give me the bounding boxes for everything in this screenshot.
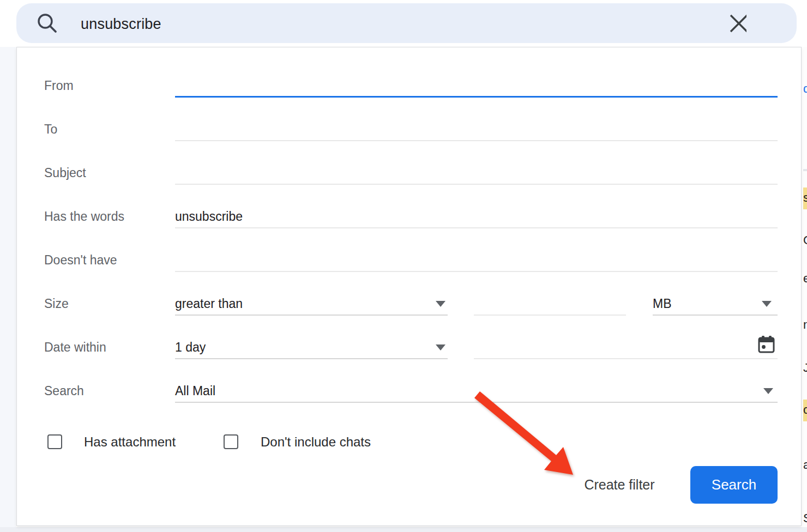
no-chats-label: Don't include chats — [261, 431, 371, 453]
subject-label: Subject — [44, 160, 86, 185]
background-page-edge: dsCenJoaS — [803, 47, 807, 527]
chevron-down-icon — [436, 301, 445, 307]
doesnt-have-label: Doesn't have — [44, 247, 117, 272]
no-chats-checkbox[interactable] — [224, 434, 238, 449]
edge-text-fragment: d — [803, 82, 807, 96]
edge-text-fragment: J — [803, 361, 807, 375]
date-input[interactable] — [474, 334, 778, 359]
size-unit-select[interactable]: MB — [653, 291, 778, 316]
date-within-label: Date within — [44, 334, 106, 359]
size-label: Size — [44, 291, 69, 316]
close-icon[interactable] — [715, 10, 746, 37]
date-range-value: 1 day — [175, 340, 206, 354]
has-attachment-checkbox[interactable] — [47, 434, 62, 449]
from-input[interactable] — [175, 72, 778, 98]
search-scope-select[interactable]: All Mail — [175, 378, 778, 403]
create-filter-button[interactable]: Create filter — [565, 474, 674, 495]
search-bar: unsubscribe — [16, 3, 797, 43]
edge-text-fragment: o — [803, 400, 807, 421]
chevron-down-icon — [436, 344, 445, 350]
size-operator-select[interactable]: greater than — [175, 291, 448, 316]
background-left-gutter — [0, 47, 16, 527]
to-input[interactable] — [175, 116, 778, 141]
subject-input[interactable] — [175, 160, 778, 185]
from-label: From — [44, 72, 74, 98]
to-label: To — [44, 116, 57, 141]
edge-text-fragment: S — [803, 511, 807, 525]
search-scope-value: All Mail — [175, 384, 215, 398]
gmail-search-filter-overlay: { "search_bar": { "query": "unsubscribe"… — [0, 0, 807, 532]
edge-text-fragment: s — [803, 188, 807, 209]
edge-text-fragment: e — [803, 271, 807, 286]
edge-text-fragment: C — [803, 233, 807, 247]
search-icon[interactable] — [34, 10, 60, 37]
has-words-input[interactable]: unsubscribe — [175, 203, 778, 228]
size-unit-value: MB — [653, 297, 672, 311]
search-filter-panel: From To Subject Has the words unsubscrib… — [16, 47, 802, 526]
size-operator-value: greater than — [175, 297, 243, 311]
background-bottom-gutter — [0, 527, 807, 532]
background-list-divider — [803, 169, 807, 171]
chevron-down-icon — [762, 301, 772, 307]
calendar-icon[interactable] — [757, 335, 776, 355]
search-scope-label: Search — [44, 378, 84, 403]
search-button[interactable]: Search — [690, 466, 778, 504]
size-amount-input[interactable] — [474, 291, 626, 316]
date-range-select[interactable]: 1 day — [175, 334, 448, 359]
has-words-label: Has the words — [44, 203, 124, 228]
search-input[interactable]: unsubscribe — [81, 3, 571, 43]
chevron-down-icon — [763, 388, 773, 394]
edge-text-fragment: a — [803, 458, 807, 472]
has-attachment-label: Has attachment — [84, 431, 176, 453]
doesnt-have-input[interactable] — [175, 247, 778, 272]
edge-text-fragment: n — [803, 318, 807, 332]
